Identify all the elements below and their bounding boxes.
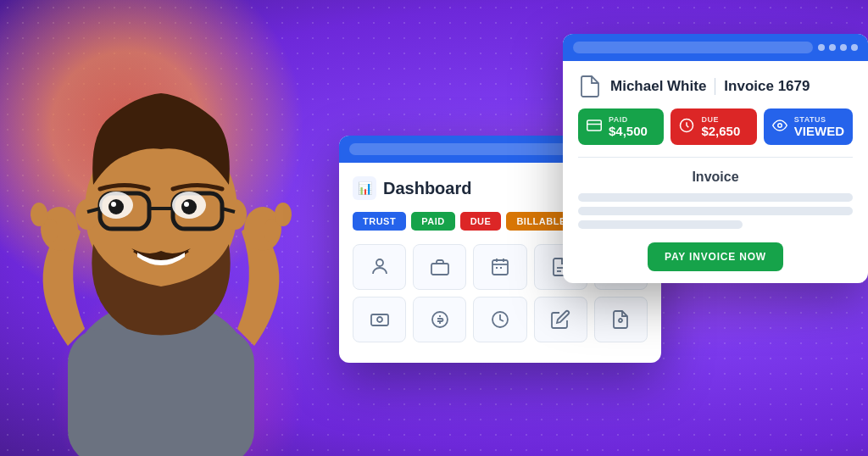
grid-item-coin[interactable] bbox=[413, 297, 466, 342]
paid-label: PAID bbox=[609, 115, 648, 124]
paid-stat-content: PAID $4,500 bbox=[609, 115, 648, 138]
invoice-stats: PAID $4,500 DUE $2,650 bbox=[563, 108, 868, 157]
invoice-header-info: Michael White Invoice 1679 bbox=[563, 61, 868, 108]
invoice-section-label: Invoice bbox=[578, 170, 853, 185]
svg-point-18 bbox=[181, 199, 197, 214]
grid-item-edit[interactable] bbox=[534, 297, 587, 342]
invoice-client-name: Michael White bbox=[610, 78, 706, 95]
svg-rect-24 bbox=[431, 264, 448, 275]
character-section bbox=[0, 0, 322, 456]
svg-point-23 bbox=[376, 259, 383, 266]
status-stat-content: STATUS VIEWED bbox=[794, 115, 844, 138]
dashboard-title-text: Dashboard bbox=[383, 179, 471, 198]
status-label: STATUS bbox=[794, 115, 844, 124]
svg-rect-36 bbox=[587, 120, 602, 131]
invoice-dot-4 bbox=[851, 44, 858, 51]
invoice-panel: Michael White Invoice 1679 PAID $4,500 bbox=[563, 34, 868, 283]
grid-item-person[interactable] bbox=[353, 244, 406, 290]
character-illustration bbox=[8, 15, 314, 456]
paid-value: $4,500 bbox=[609, 124, 648, 138]
invoice-body: Invoice PAY INVOICE NOW bbox=[563, 158, 868, 283]
svg-point-7 bbox=[275, 203, 292, 226]
status-value: VIEWED bbox=[794, 124, 844, 138]
invoice-dot-3 bbox=[840, 44, 847, 51]
invoice-number: Invoice 1679 bbox=[724, 78, 810, 95]
panels-section: 📊 Dashboard TRUST PAID DUE BILLABLE bbox=[322, 0, 868, 456]
invoice-line-3 bbox=[578, 220, 743, 229]
invoice-lines bbox=[578, 193, 853, 229]
svg-rect-1 bbox=[68, 329, 254, 456]
grid-item-clock[interactable] bbox=[473, 297, 526, 342]
svg-point-17 bbox=[108, 199, 124, 214]
invoice-stat-paid: PAID $4,500 bbox=[578, 108, 664, 145]
svg-point-10 bbox=[75, 199, 99, 230]
svg-point-19 bbox=[111, 202, 116, 207]
due-label: DUE bbox=[701, 115, 740, 124]
invoice-panel-header bbox=[563, 34, 868, 61]
svg-point-4 bbox=[31, 203, 47, 226]
invoice-stat-status: STATUS VIEWED bbox=[764, 108, 853, 145]
invoice-file-icon bbox=[578, 75, 602, 98]
dashboard-grid-row2 bbox=[353, 297, 648, 342]
svg-rect-33 bbox=[371, 314, 388, 325]
invoice-divider bbox=[715, 78, 715, 95]
invoice-panel-search-bar bbox=[573, 42, 813, 53]
grid-item-briefcase[interactable] bbox=[413, 244, 466, 290]
due-value: $2,650 bbox=[701, 124, 740, 138]
svg-point-34 bbox=[432, 312, 448, 327]
invoice-panel-dots bbox=[818, 44, 858, 51]
tag-due[interactable]: DUE bbox=[460, 212, 502, 231]
grid-item-money[interactable] bbox=[353, 297, 406, 342]
invoice-line-2 bbox=[578, 207, 853, 215]
dashboard-title-icon: 📊 bbox=[353, 176, 376, 200]
main-content: 📊 Dashboard TRUST PAID DUE BILLABLE bbox=[0, 0, 868, 456]
due-stat-content: DUE $2,650 bbox=[701, 115, 740, 138]
grid-item-calendar[interactable] bbox=[473, 244, 526, 290]
svg-point-20 bbox=[184, 202, 189, 207]
svg-point-39 bbox=[778, 123, 782, 127]
pay-invoice-button[interactable]: PAY INVOICE NOW bbox=[648, 242, 783, 271]
paid-icon bbox=[587, 118, 602, 136]
grid-item-invoice-doc[interactable] bbox=[594, 297, 648, 342]
svg-point-11 bbox=[223, 199, 247, 230]
invoice-dot-1 bbox=[818, 44, 825, 51]
invoice-dot-2 bbox=[829, 44, 836, 51]
invoice-stat-due: DUE $2,650 bbox=[670, 108, 756, 145]
invoice-line-1 bbox=[578, 193, 853, 202]
character bbox=[8, 15, 314, 456]
tag-paid[interactable]: PAID bbox=[411, 212, 454, 231]
tag-trust[interactable]: TRUST bbox=[353, 212, 406, 231]
due-icon bbox=[679, 118, 694, 136]
status-icon bbox=[772, 118, 787, 136]
